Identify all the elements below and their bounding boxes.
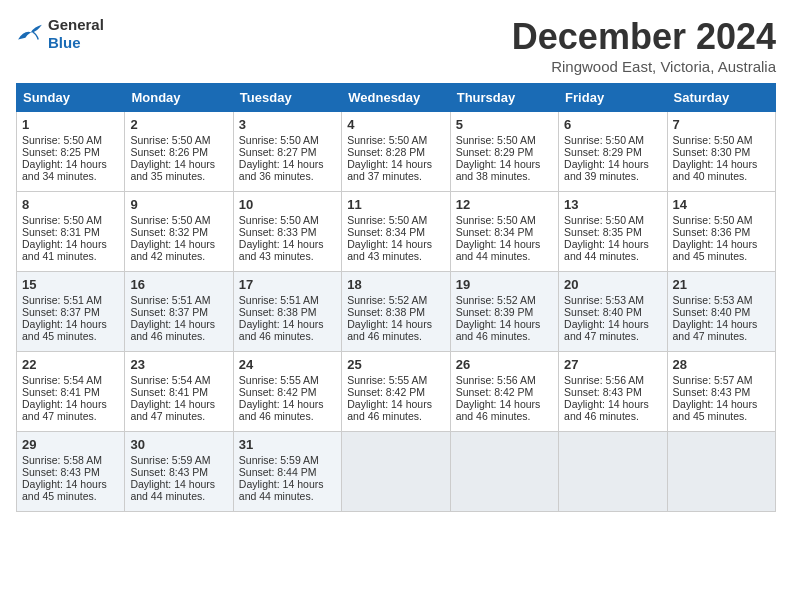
daylight-hours-text: Daylight: 14 hours (239, 478, 336, 490)
day-number: 20 (564, 277, 661, 292)
sunset-text: Sunset: 8:30 PM (673, 146, 770, 158)
sunset-text: Sunset: 8:28 PM (347, 146, 444, 158)
calendar-day-cell: 22Sunrise: 5:54 AMSunset: 8:41 PMDayligh… (17, 352, 125, 432)
day-header-saturday: Saturday (667, 84, 775, 112)
calendar-day-cell: 24Sunrise: 5:55 AMSunset: 8:42 PMDayligh… (233, 352, 341, 432)
calendar-table: SundayMondayTuesdayWednesdayThursdayFrid… (16, 83, 776, 512)
sunset-text: Sunset: 8:36 PM (673, 226, 770, 238)
daylight-minutes-text: and 46 minutes. (456, 330, 553, 342)
daylight-hours-text: Daylight: 14 hours (22, 158, 119, 170)
calendar-week-row: 1Sunrise: 5:50 AMSunset: 8:25 PMDaylight… (17, 112, 776, 192)
logo: General Blue (16, 16, 104, 52)
daylight-hours-text: Daylight: 14 hours (564, 318, 661, 330)
daylight-minutes-text: and 46 minutes. (564, 410, 661, 422)
daylight-minutes-text: and 44 minutes. (564, 250, 661, 262)
calendar-day-cell: 27Sunrise: 5:56 AMSunset: 8:43 PMDayligh… (559, 352, 667, 432)
sunrise-text: Sunrise: 5:53 AM (564, 294, 661, 306)
day-number: 26 (456, 357, 553, 372)
day-number: 12 (456, 197, 553, 212)
sunrise-text: Sunrise: 5:54 AM (22, 374, 119, 386)
daylight-minutes-text: and 47 minutes. (130, 410, 227, 422)
sunrise-text: Sunrise: 5:50 AM (130, 214, 227, 226)
day-number: 29 (22, 437, 119, 452)
calendar-day-cell: 11Sunrise: 5:50 AMSunset: 8:34 PMDayligh… (342, 192, 450, 272)
sunrise-text: Sunrise: 5:50 AM (456, 134, 553, 146)
sunset-text: Sunset: 8:34 PM (347, 226, 444, 238)
daylight-minutes-text: and 43 minutes. (347, 250, 444, 262)
daylight-hours-text: Daylight: 14 hours (673, 318, 770, 330)
sunrise-text: Sunrise: 5:50 AM (564, 134, 661, 146)
logo-icon (16, 23, 44, 45)
day-number: 3 (239, 117, 336, 132)
daylight-minutes-text: and 41 minutes. (22, 250, 119, 262)
day-header-friday: Friday (559, 84, 667, 112)
month-title: December 2024 (512, 16, 776, 58)
day-number: 4 (347, 117, 444, 132)
sunset-text: Sunset: 8:39 PM (456, 306, 553, 318)
calendar-week-row: 8Sunrise: 5:50 AMSunset: 8:31 PMDaylight… (17, 192, 776, 272)
daylight-minutes-text: and 46 minutes. (347, 330, 444, 342)
sunrise-text: Sunrise: 5:50 AM (239, 214, 336, 226)
day-number: 22 (22, 357, 119, 372)
calendar-week-row: 22Sunrise: 5:54 AMSunset: 8:41 PMDayligh… (17, 352, 776, 432)
daylight-hours-text: Daylight: 14 hours (22, 238, 119, 250)
day-number: 25 (347, 357, 444, 372)
day-number: 27 (564, 357, 661, 372)
day-number: 21 (673, 277, 770, 292)
daylight-minutes-text: and 42 minutes. (130, 250, 227, 262)
daylight-hours-text: Daylight: 14 hours (673, 398, 770, 410)
calendar-day-cell: 29Sunrise: 5:58 AMSunset: 8:43 PMDayligh… (17, 432, 125, 512)
daylight-hours-text: Daylight: 14 hours (347, 158, 444, 170)
day-number: 1 (22, 117, 119, 132)
sunrise-text: Sunrise: 5:50 AM (456, 214, 553, 226)
day-number: 5 (456, 117, 553, 132)
calendar-week-row: 15Sunrise: 5:51 AMSunset: 8:37 PMDayligh… (17, 272, 776, 352)
day-number: 11 (347, 197, 444, 212)
day-number: 28 (673, 357, 770, 372)
daylight-hours-text: Daylight: 14 hours (239, 398, 336, 410)
day-number: 14 (673, 197, 770, 212)
day-number: 9 (130, 197, 227, 212)
calendar-day-cell: 9Sunrise: 5:50 AMSunset: 8:32 PMDaylight… (125, 192, 233, 272)
calendar-day-cell: 10Sunrise: 5:50 AMSunset: 8:33 PMDayligh… (233, 192, 341, 272)
calendar-day-cell: 25Sunrise: 5:55 AMSunset: 8:42 PMDayligh… (342, 352, 450, 432)
daylight-minutes-text: and 45 minutes. (673, 250, 770, 262)
day-number: 16 (130, 277, 227, 292)
daylight-minutes-text: and 45 minutes. (673, 410, 770, 422)
calendar-day-cell: 14Sunrise: 5:50 AMSunset: 8:36 PMDayligh… (667, 192, 775, 272)
day-header-tuesday: Tuesday (233, 84, 341, 112)
daylight-minutes-text: and 46 minutes. (347, 410, 444, 422)
day-number: 2 (130, 117, 227, 132)
sunrise-text: Sunrise: 5:50 AM (130, 134, 227, 146)
daylight-hours-text: Daylight: 14 hours (456, 398, 553, 410)
calendar-day-cell: 3Sunrise: 5:50 AMSunset: 8:27 PMDaylight… (233, 112, 341, 192)
calendar-day-cell: 12Sunrise: 5:50 AMSunset: 8:34 PMDayligh… (450, 192, 558, 272)
day-number: 24 (239, 357, 336, 372)
calendar-day-cell: 8Sunrise: 5:50 AMSunset: 8:31 PMDaylight… (17, 192, 125, 272)
day-number: 6 (564, 117, 661, 132)
daylight-minutes-text: and 47 minutes. (22, 410, 119, 422)
daylight-minutes-text: and 44 minutes. (456, 250, 553, 262)
sunrise-text: Sunrise: 5:58 AM (22, 454, 119, 466)
day-number: 18 (347, 277, 444, 292)
daylight-hours-text: Daylight: 14 hours (347, 238, 444, 250)
daylight-minutes-text: and 46 minutes. (239, 410, 336, 422)
calendar-day-cell (559, 432, 667, 512)
daylight-minutes-text: and 39 minutes. (564, 170, 661, 182)
daylight-hours-text: Daylight: 14 hours (564, 158, 661, 170)
sunset-text: Sunset: 8:42 PM (347, 386, 444, 398)
daylight-minutes-text: and 34 minutes. (22, 170, 119, 182)
sunrise-text: Sunrise: 5:52 AM (456, 294, 553, 306)
day-number: 13 (564, 197, 661, 212)
calendar-day-cell: 20Sunrise: 5:53 AMSunset: 8:40 PMDayligh… (559, 272, 667, 352)
sunrise-text: Sunrise: 5:56 AM (564, 374, 661, 386)
daylight-minutes-text: and 40 minutes. (673, 170, 770, 182)
daylight-minutes-text: and 46 minutes. (130, 330, 227, 342)
day-number: 10 (239, 197, 336, 212)
daylight-hours-text: Daylight: 14 hours (673, 238, 770, 250)
calendar-day-cell: 19Sunrise: 5:52 AMSunset: 8:39 PMDayligh… (450, 272, 558, 352)
logo-text: General Blue (48, 16, 104, 52)
day-header-monday: Monday (125, 84, 233, 112)
calendar-day-cell: 23Sunrise: 5:54 AMSunset: 8:41 PMDayligh… (125, 352, 233, 432)
sunrise-text: Sunrise: 5:50 AM (22, 134, 119, 146)
